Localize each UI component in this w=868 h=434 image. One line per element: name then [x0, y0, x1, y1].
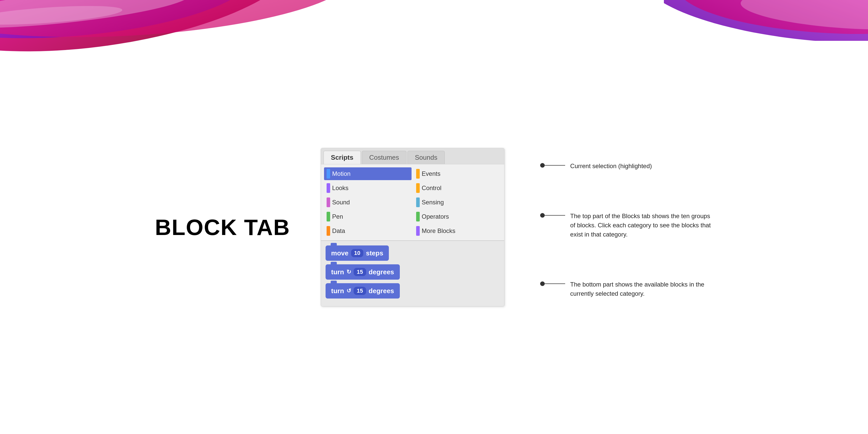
category-more-blocks[interactable]: More Blocks [413, 224, 501, 237]
turn-ccw-icon: ↺ [346, 287, 351, 294]
motion-color-dot [327, 169, 330, 179]
annotation-bottom-text: The bottom part shows the available bloc… [570, 281, 705, 297]
block-turn-ccw-label: turn [331, 287, 344, 295]
annotation-dash-3 [545, 283, 565, 284]
category-motion[interactable]: Motion [324, 167, 411, 180]
block-turn-cw[interactable]: turn ↻ 15 degrees [326, 264, 400, 280]
block-move-num: 10 [351, 249, 363, 257]
tab-sounds[interactable]: Sounds [407, 151, 445, 164]
block-move-steps[interactable]: move 10 steps [326, 245, 389, 261]
turn-cw-icon: ↻ [346, 269, 351, 275]
block-turn-ccw-num: 15 [353, 287, 366, 295]
more-blocks-color-dot [416, 226, 420, 236]
annotation-line-2 [540, 213, 565, 218]
annotation-dash-2 [545, 215, 565, 216]
sound-color-dot [327, 197, 330, 207]
annotation-dot-1 [540, 163, 545, 167]
annotation-dot-2 [540, 213, 545, 218]
tab-costumes[interactable]: Costumes [362, 151, 406, 164]
block-turn-ccw-degrees: degrees [369, 287, 394, 295]
annotation-top-part: The top part of the Blocks tab shows the… [540, 212, 713, 239]
blocks-section: move 10 steps turn ↻ 15 degrees turn ↺ 1… [321, 241, 504, 306]
category-operators[interactable]: Operators [413, 210, 501, 223]
sensing-color-dot [416, 197, 420, 207]
operators-color-dot [416, 212, 420, 221]
block-turn-ccw[interactable]: turn ↺ 15 degrees [326, 283, 400, 299]
category-sensing[interactable]: Sensing [413, 196, 501, 209]
category-sound[interactable]: Sound [324, 196, 411, 209]
control-color-dot [416, 183, 420, 193]
block-turn-cw-num: 15 [353, 268, 366, 276]
annotations-container: Current selection (highlighted) The top … [540, 156, 713, 298]
annotation-text-block-3: The bottom part shows the available bloc… [570, 280, 713, 298]
block-tab-title: BLOCK TAB [155, 214, 290, 240]
page-layout: BLOCK TAB Scripts Costumes Sounds [155, 148, 713, 306]
annotation-text-block-2: The top part of the Blocks tab shows the… [570, 212, 713, 239]
annotation-selection: Current selection (highlighted) [540, 161, 713, 171]
tab-scripts[interactable]: Scripts [323, 151, 361, 164]
block-move-label: move [331, 249, 348, 257]
block-turn-cw-label: turn [331, 268, 344, 276]
annotation-selection-text: Current selection (highlighted) [570, 162, 652, 169]
main-content: BLOCK TAB Scripts Costumes Sounds [0, 0, 868, 434]
annotation-top-text: The top part of the Blocks tab shows the… [570, 213, 711, 238]
block-steps-label: steps [366, 249, 383, 257]
annotation-dash-1 [545, 165, 565, 165]
annotation-line-1 [540, 163, 565, 167]
block-turn-cw-degrees: degrees [369, 268, 394, 276]
category-control[interactable]: Control [413, 182, 501, 194]
events-color-dot [416, 169, 420, 179]
data-color-dot [327, 226, 330, 236]
scratch-panel: Scripts Costumes Sounds Motion Ev [321, 148, 504, 306]
annotation-dot-3 [540, 281, 545, 286]
annotation-line-3 [540, 281, 565, 286]
category-pen[interactable]: Pen [324, 210, 411, 223]
tabs-row: Scripts Costumes Sounds [321, 148, 504, 164]
categories-section: Motion Events Looks Control Sound [321, 164, 504, 241]
category-data[interactable]: Data [324, 224, 411, 237]
pen-color-dot [327, 212, 330, 221]
looks-color-dot [327, 183, 330, 193]
category-looks[interactable]: Looks [324, 182, 411, 194]
category-events[interactable]: Events [413, 167, 501, 180]
annotation-text-block-1: Current selection (highlighted) [570, 161, 652, 171]
annotation-bottom-part: The bottom part shows the available bloc… [540, 280, 713, 298]
